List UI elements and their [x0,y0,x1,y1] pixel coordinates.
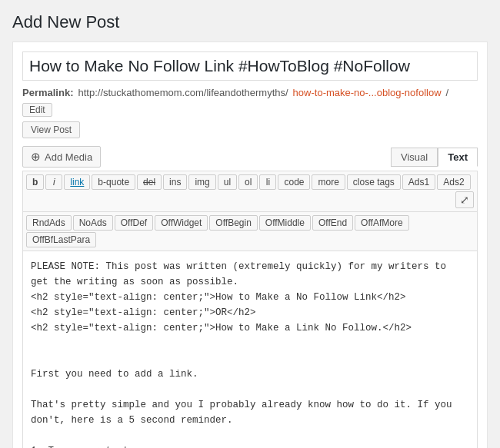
permalink-suffix: / [446,87,449,98]
permalink-row: Permalink: http://stuckathomemom.com/lif… [22,87,478,117]
text-button[interactable]: Text [438,148,478,167]
toolbar-row-2: RndAds NoAds OffDef OffWidget OffBegin O… [23,212,477,251]
close-tags-button[interactable]: close tags [347,174,401,190]
ul-button[interactable]: ul [218,174,237,190]
toolbar-top: ⊕ Add Media Visual Text [22,146,478,168]
view-toggle: Visual Text [391,148,478,167]
li-button[interactable]: li [259,174,276,190]
post-title-input[interactable] [22,51,478,81]
permalink-slug: how-to-make-no-...oblog-nofollow [293,87,442,98]
offafmore-button[interactable]: OffAfMore [355,215,408,231]
offbflastpara-button[interactable]: OffBfLastPara [26,232,96,247]
offdef-button[interactable]: OffDef [115,215,153,231]
ads2-button[interactable]: Ads2 [437,174,470,190]
ads1-button[interactable]: Ads1 [402,174,435,190]
editor-content[interactable]: PLEASE NOTE: This post was written (extr… [22,251,478,448]
add-media-button[interactable]: ⊕ Add Media [22,146,101,168]
offwidget-button[interactable]: OffWidget [155,215,208,231]
offmiddle-button[interactable]: OffMiddle [259,215,311,231]
add-media-icon: ⊕ [31,150,41,164]
editor-toolbar: b i link b-quote del ins img ul ol li co… [22,171,478,251]
ol-button[interactable]: ol [238,174,258,190]
bquote-button[interactable]: b-quote [92,174,135,190]
expand-button[interactable]: ⤢ [455,191,474,208]
noads-button[interactable]: NoAds [73,215,113,231]
link-button[interactable]: link [64,174,90,190]
toolbar-row-1: b i link b-quote del ins img ul ol li co… [23,171,477,212]
ins-button[interactable]: ins [163,174,187,190]
visual-button[interactable]: Visual [391,148,438,167]
view-post-button[interactable]: View Post [22,121,80,138]
italic-button[interactable]: i [45,174,62,190]
del-button[interactable]: del [137,174,162,190]
rndads-button[interactable]: RndAds [26,215,72,231]
post-editor-container: Permalink: http://stuckathomemom.com/lif… [12,41,488,448]
offbegin-button[interactable]: OffBegin [209,215,257,231]
page-title: Add New Post [12,12,488,32]
offend-button[interactable]: OffEnd [312,215,353,231]
img-button[interactable]: img [188,174,215,190]
permalink-label: Permalink: [22,87,73,98]
edit-permalink-button[interactable]: Edit [22,103,52,117]
more-button[interactable]: more [312,174,345,190]
code-button[interactable]: code [278,174,310,190]
add-media-label: Add Media [45,151,92,163]
permalink-base: http://stuckathomemom.com/lifeandothermy… [78,87,288,98]
bold-button[interactable]: b [26,174,44,190]
